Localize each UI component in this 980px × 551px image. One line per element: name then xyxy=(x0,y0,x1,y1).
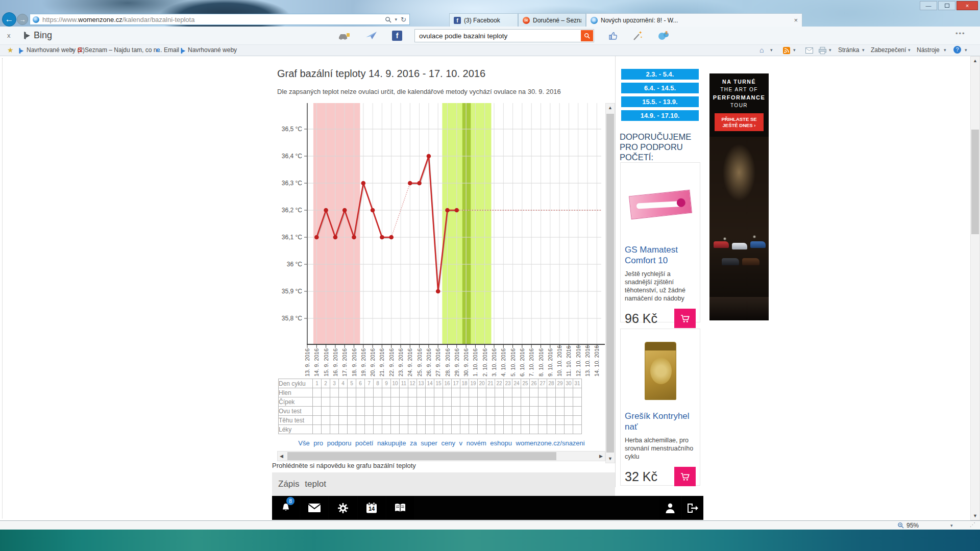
bing-toolbar: x Bing f ✦✦ 3 ••• xyxy=(0,27,980,45)
refresh-icon[interactable]: ↻ xyxy=(401,16,406,23)
close-window-button[interactable]: × xyxy=(957,1,978,10)
add-to-cart-button[interactable] xyxy=(674,309,696,328)
page-scrollbar[interactable]: ▲ ▼ xyxy=(970,56,980,520)
scroll-left-icon[interactable]: ◀ xyxy=(280,454,283,459)
bing-logo[interactable] xyxy=(22,31,31,40)
toolbar-logo-label[interactable]: Bing xyxy=(34,30,52,41)
tab-facebook[interactable]: f (3) Facebook xyxy=(449,13,518,27)
chevron-down-icon[interactable]: ▾ xyxy=(908,47,911,53)
calendar-button[interactable]: 14 xyxy=(358,496,385,520)
resize-grip[interactable]: ⋰ xyxy=(970,521,976,528)
print-icon[interactable] xyxy=(819,47,826,54)
zoom-level[interactable]: 95% xyxy=(906,522,919,529)
range-button-1[interactable]: 2.3. - 5.4. xyxy=(621,69,699,80)
forward-button[interactable]: → xyxy=(17,14,28,25)
svg-text:29. 9. 2016: 29. 9. 2016 xyxy=(454,348,460,377)
chart-vertical-scrollbar[interactable]: ▲ ▼ xyxy=(605,103,615,463)
favorite-item-seznam[interactable]: Seznam – Najdu tam, co n... xyxy=(85,46,162,54)
chart-horizontal-scrollbar[interactable]: ◀ ▶ xyxy=(277,451,605,461)
maximize-button[interactable] xyxy=(938,1,955,10)
search-button[interactable] xyxy=(581,30,593,41)
chevron-down-icon[interactable]: ▾ xyxy=(770,47,773,53)
ie-icon: e xyxy=(156,46,160,54)
logout-button[interactable] xyxy=(682,496,703,520)
address-bar[interactable]: https://www.womenzone.cz/kalendar/bazaln… xyxy=(30,14,410,25)
menu-nastroje[interactable]: Nástroje xyxy=(917,46,940,54)
car-icon[interactable] xyxy=(338,32,350,40)
help-icon[interactable]: ? xyxy=(953,46,961,54)
menu-stranka[interactable]: Stránka xyxy=(838,46,859,54)
scroll-right-icon[interactable]: ▶ xyxy=(599,454,603,459)
svg-text:5. 10. 2016: 5. 10. 2016 xyxy=(510,348,516,377)
product-image[interactable] xyxy=(625,167,696,242)
product-image[interactable] xyxy=(625,333,696,409)
messages-button[interactable] xyxy=(301,496,328,520)
chevron-down-icon[interactable]: ▾ xyxy=(862,47,865,53)
skype-icon[interactable]: 3 xyxy=(656,30,672,42)
cycle-table-wrap: Den cyklu1234567891011121314151617181920… xyxy=(278,379,582,434)
chevron-down-icon[interactable]: ▾ xyxy=(965,47,967,53)
ad-line: PERFORMANCE xyxy=(709,92,769,101)
profile-button[interactable] xyxy=(659,496,681,520)
eshop-link[interactable]: Vše pro podporu početí nakupujte za supe… xyxy=(278,439,605,447)
tab-label: Doručené – Seznam Email xyxy=(533,17,581,24)
tab-active-womenzone[interactable]: Nových upozornění: 8! - W... × xyxy=(586,13,802,27)
search-options-caret[interactable]: ▾ xyxy=(395,17,398,22)
settings-button[interactable] xyxy=(329,496,357,520)
mail-icon[interactable] xyxy=(805,47,813,54)
chevron-down-icon[interactable]: ▾ xyxy=(829,47,831,53)
close-tab-icon[interactable]: × xyxy=(794,16,798,24)
range-button-2[interactable]: 6.4. - 14.5. xyxy=(621,83,699,93)
ad-line: NA TURNÉ xyxy=(709,73,769,85)
svg-text:30. 9. 2016: 30. 9. 2016 xyxy=(463,348,469,377)
cart-icon xyxy=(680,472,690,481)
cycle-table: Den cyklu1234567891011121314151617181920… xyxy=(278,379,582,434)
scrollbar-thumb[interactable] xyxy=(606,114,614,453)
chevron-down-icon[interactable]: ▾ xyxy=(944,47,946,53)
close-icon: × xyxy=(966,3,969,9)
add-to-cart-button[interactable] xyxy=(674,467,696,486)
search-icon[interactable] xyxy=(385,16,391,23)
scroll-up-icon[interactable]: ▲ xyxy=(606,105,615,110)
product-price: 96 Kč xyxy=(625,311,657,326)
range-button-3[interactable]: 15.5. - 13.9. xyxy=(621,96,699,107)
ad-cta-button[interactable]: PŘIHLASTE SE JEŠTĚ DNES › xyxy=(715,113,764,131)
bing-icon xyxy=(18,47,24,54)
favorites-star-icon[interactable]: ★ xyxy=(7,46,14,54)
svg-text:21. 9. 2016: 21. 9. 2016 xyxy=(379,348,385,377)
favorite-item-navrhovane-weby-2[interactable]: Navrhované weby (2) xyxy=(27,46,85,54)
search-input[interactable] xyxy=(415,32,581,40)
tab-seznam-email[interactable]: ✉ Doručené – Seznam Email xyxy=(518,13,586,27)
menu-zabezpeceni[interactable]: Zabezpečení xyxy=(871,46,906,54)
paper-plane-icon[interactable] xyxy=(365,31,378,41)
magic-wand-icon[interactable]: ✦✦ xyxy=(632,30,643,41)
chevron-down-icon[interactable]: ▾ xyxy=(71,47,74,53)
favorite-item-email[interactable]: Email xyxy=(164,46,179,54)
home-icon[interactable]: ⌂ xyxy=(760,46,764,54)
rss-icon[interactable] xyxy=(783,47,790,54)
range-button-4[interactable]: 14.9. - 17.10. xyxy=(621,110,699,121)
minimize-button[interactable]: — xyxy=(920,1,937,10)
product-name-link[interactable]: Grešík Kontryhel nať xyxy=(625,411,696,432)
favorite-item-navrhovane-weby[interactable]: Navrhované weby xyxy=(188,46,237,54)
window-titlebar: — × ← → https://www.womenzone.cz/kalenda… xyxy=(0,0,980,27)
chevron-down-icon[interactable]: ▾ xyxy=(793,47,796,53)
svg-text:26. 9. 2016: 26. 9. 2016 xyxy=(426,348,432,377)
scroll-down-icon[interactable]: ▼ xyxy=(971,513,979,518)
scroll-down-icon[interactable]: ▼ xyxy=(606,456,615,461)
scroll-up-icon[interactable]: ▲ xyxy=(971,58,979,63)
help-link[interactable]: Prohlédněte si nápovědu ke grafu bazální… xyxy=(272,462,416,469)
scrollbar-thumb[interactable] xyxy=(971,130,979,234)
product-name-link[interactable]: GS Mamatest Comfort 10 xyxy=(625,244,696,266)
diary-button[interactable] xyxy=(386,496,414,520)
svg-text:17. 9. 2016: 17. 9. 2016 xyxy=(341,348,348,377)
scrollbar-thumb[interactable] xyxy=(287,452,556,460)
back-button[interactable]: ← xyxy=(2,12,16,27)
thumbs-up-icon[interactable] xyxy=(608,31,619,41)
notifications-button[interactable]: 8 xyxy=(272,496,300,520)
facebook-icon[interactable]: f xyxy=(392,31,402,41)
ad-banner[interactable]: NA TURNÉ THE ART OF PERFORMANCE TOUR PŘI… xyxy=(709,73,769,320)
toolbar-overflow-icon[interactable]: ••• xyxy=(955,30,966,37)
close-toolbar-button[interactable]: x xyxy=(7,32,11,39)
zoom-caret-icon[interactable]: ▾ xyxy=(950,523,953,528)
